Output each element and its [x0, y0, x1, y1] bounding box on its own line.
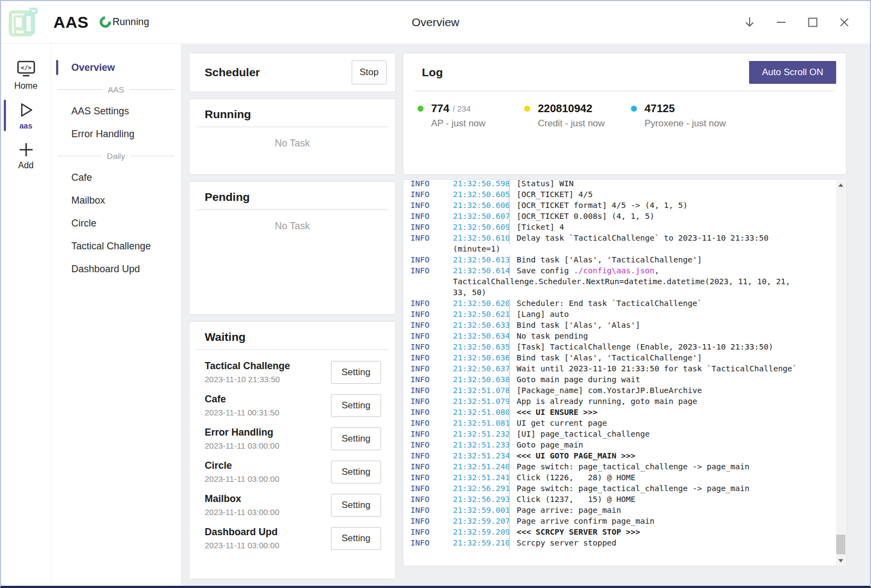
task-setting-button[interactable]: Setting — [331, 427, 381, 450]
log-row: INFO21:32:50.605[OCR_TICKET] 4/5 — [410, 190, 832, 201]
log-message: [OCR_TICKET 0.008s] (4, 1, 5) — [513, 212, 654, 223]
nav-item-mailbox[interactable]: Mailbox — [52, 189, 180, 212]
running-empty-text: No Task — [189, 127, 395, 149]
content-area: Scheduler Stop Running No Task Pending N… — [181, 44, 870, 586]
log-level: INFO — [410, 451, 453, 462]
maximize-icon[interactable] — [803, 13, 822, 32]
log-message: (minute=1) — [453, 244, 500, 255]
log-separator — [505, 397, 513, 408]
task-setting-button[interactable]: Setting — [331, 527, 381, 550]
divider-line — [131, 156, 175, 156]
stat-label: AP - just now — [431, 118, 524, 129]
log-separator — [505, 484, 513, 495]
log-level: INFO — [410, 397, 453, 408]
nav-item-error-handling[interactable]: Error Handling — [52, 122, 180, 145]
waiting-task-row: Error Handling2023-11-11 03:00:00Setting — [205, 422, 381, 455]
log-level: INFO — [410, 321, 453, 332]
nav-item-tactical-challenge[interactable]: Tactical Challenge — [52, 235, 180, 258]
task-setting-button[interactable]: Setting — [331, 494, 381, 517]
log-row: 33, 50) — [410, 288, 832, 299]
resource-stat: 220810942Credit - just now — [524, 102, 631, 129]
update-download-icon[interactable] — [740, 13, 759, 32]
auto-scroll-button[interactable]: Auto Scroll ON — [749, 61, 836, 84]
log-separator — [505, 517, 513, 528]
nav-item-cafe[interactable]: Cafe — [52, 166, 180, 189]
log-timestamp: 21:32:51.081 — [453, 419, 505, 430]
close-icon[interactable] — [835, 13, 854, 32]
log-level: INFO — [410, 201, 453, 212]
rail-item-aas[interactable]: aas — [1, 95, 51, 136]
log-timestamp: 21:32:50.634 — [453, 332, 505, 342]
nav-item-aas-settings[interactable]: AAS Settings — [52, 100, 180, 122]
log-timestamp: 21:32:50.606 — [453, 201, 505, 212]
log-message: Page arrive confirm page_main — [513, 517, 654, 528]
log-row: INFO21:32:51.232[UI] page_tactical_chall… — [410, 430, 832, 440]
waiting-task-list: Tactical Challenge2023-11-10 21:33:50Set… — [189, 350, 395, 555]
log-row: INFO21:32:50.633Bind task ['Alas', 'Alas… — [410, 321, 832, 332]
log-indent — [410, 288, 453, 299]
log-row: INFO21:32:50.636Bind task ['Alas', 'Tact… — [410, 353, 832, 364]
scroll-down-icon[interactable] — [836, 556, 845, 565]
nav-item-dashboard-upd[interactable]: Dashboard Upd — [52, 258, 180, 280]
task-info: Mailbox2023-11-11 03:00:00 — [205, 493, 331, 517]
log-separator — [505, 190, 513, 201]
task-info: Error Handling2023-11-11 03:00:00 — [205, 427, 331, 450]
log-message: Save config ./config\aas.json, — [513, 266, 659, 277]
scroll-up-icon[interactable] — [836, 180, 845, 189]
log-separator — [505, 266, 513, 277]
log-separator — [505, 473, 513, 484]
stat-value: 774 — [431, 102, 449, 115]
log-timestamp: 21:32:50.607 — [453, 212, 505, 223]
scrollbar-thumb[interactable] — [836, 535, 845, 554]
waiting-task-row: Tactical Challenge2023-11-10 21:33:50Set… — [205, 356, 381, 389]
log-output[interactable]: INFO21:32:50.598[Status] WININFO21:32:50… — [403, 179, 847, 566]
rail-item-home[interactable]: </>Home — [1, 55, 51, 95]
nav-item-overview[interactable]: Overview — [52, 56, 180, 79]
log-timestamp: 21:32:59.001 — [453, 506, 505, 517]
log-separator — [505, 430, 513, 440]
log-timestamp: 21:32:50.598 — [453, 179, 505, 190]
log-message: [UI] page_tactical_challenge — [513, 430, 649, 440]
log-timestamp: 21:32:50.614 — [453, 266, 505, 277]
log-card: Log Auto Scroll ON 774/ 234AP - just now… — [403, 53, 847, 175]
task-info: Tactical Challenge2023-11-10 21:33:50 — [205, 360, 331, 384]
task-setting-button[interactable]: Setting — [331, 461, 381, 483]
pending-card: Pending No Task — [189, 181, 396, 315]
task-setting-button[interactable]: Setting — [331, 394, 381, 417]
task-info: Dashboard Upd2023-11-11 03:00:00 — [205, 526, 331, 550]
nav-item-label: Circle — [71, 218, 96, 229]
log-separator — [505, 495, 513, 506]
waiting-task-row: Circle2023-11-11 03:00:00Setting — [205, 455, 381, 488]
log-message: Wait until 2023-11-10 21:33:50 for task … — [513, 364, 797, 375]
nav-item-label: Error Handling — [71, 128, 134, 140]
divider-line — [57, 156, 101, 156]
task-next-run: 2023-11-11 03:00:00 — [205, 474, 331, 483]
stop-button[interactable]: Stop — [352, 60, 387, 84]
stat-dot-icon — [524, 106, 530, 112]
log-timestamp: 21:32:50.610 — [453, 234, 505, 244]
log-scrollbar[interactable] — [836, 180, 845, 565]
task-setting-button[interactable]: Setting — [331, 361, 381, 384]
log-message: Page arrive: page_main — [513, 506, 621, 517]
log-separator — [505, 386, 513, 397]
log-row: INFO21:32:50.610Delay task `TacticalChal… — [410, 234, 832, 244]
home-icon: </> — [16, 60, 36, 78]
sidebar-nav: OverviewAASAAS SettingsError HandlingDai… — [52, 44, 180, 586]
log-timestamp: 21:32:51.233 — [453, 440, 505, 451]
log-timestamp: 21:32:51.232 — [453, 430, 505, 440]
titlebar: AAS Running Overview — [1, 1, 870, 44]
nav-section-label: AAS — [108, 85, 124, 94]
task-next-run: 2023-11-10 21:33:50 — [205, 375, 331, 384]
log-level: INFO — [410, 538, 453, 549]
log-message: [Task] TacticalChallenge (Enable, 2023-1… — [513, 342, 773, 353]
log-timestamp: 21:32:51.241 — [453, 473, 505, 484]
log-row: INFO21:32:59.207Page arrive confirm page… — [410, 517, 832, 528]
running-card: Running No Task — [189, 99, 396, 175]
nav-item-circle[interactable]: Circle — [52, 212, 180, 235]
log-title: Log — [403, 66, 749, 79]
log-timestamp: 21:32:50.635 — [453, 342, 505, 353]
rail-item-add[interactable]: Add — [1, 136, 51, 176]
log-message: <<< UI ENSURE >>> — [513, 408, 597, 419]
nav-item-label: AAS Settings — [71, 106, 129, 117]
minimize-icon[interactable] — [772, 13, 790, 32]
